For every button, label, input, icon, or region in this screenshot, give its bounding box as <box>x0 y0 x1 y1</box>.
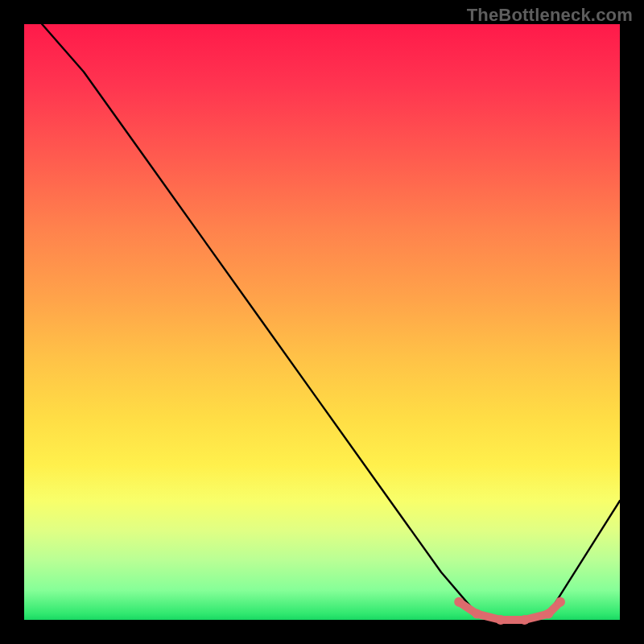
optimal-dot <box>555 597 565 607</box>
optimal-dot <box>496 615 506 625</box>
optimal-dot <box>543 609 553 619</box>
chart-frame: TheBottleneck.com <box>0 0 644 644</box>
plot-area <box>24 24 620 620</box>
bottleneck-curve <box>42 24 620 620</box>
watermark-text: TheBottleneck.com <box>467 5 633 26</box>
optimal-dot <box>520 615 530 625</box>
optimal-dot <box>454 597 464 607</box>
optimal-dot <box>472 609 481 619</box>
curve-layer <box>24 24 620 620</box>
